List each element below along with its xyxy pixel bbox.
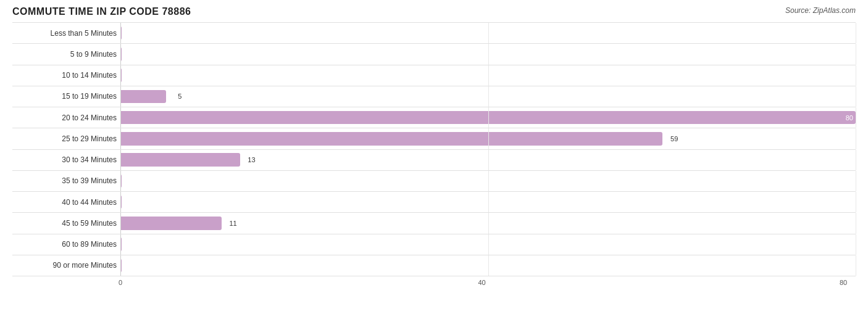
grid-line-zero [120, 65, 121, 86]
grid-line [488, 107, 489, 128]
chart-source: Source: ZipAtlas.com [785, 6, 856, 15]
bar-row: Less than 5 Minutes [12, 22, 856, 43]
bar-area [120, 234, 856, 255]
bar-row: 10 to 14 Minutes [12, 65, 856, 86]
chart-header: COMMUTE TIME IN ZIP CODE 78886 Source: Z… [12, 6, 856, 17]
grid-line [488, 44, 489, 64]
bar-area [120, 171, 856, 191]
bar-fill: 11 [120, 217, 222, 230]
grid-line-zero [120, 44, 121, 64]
grid-line [488, 65, 489, 86]
bar-area [120, 65, 856, 86]
bar-fill: 5 [120, 90, 166, 104]
bar-row: 60 to 89 Minutes [12, 234, 856, 255]
grid-line-zero [120, 150, 121, 170]
chart-body: Less than 5 Minutes5 to 9 Minutes10 to 1… [12, 22, 856, 276]
bar-row: 20 to 24 Minutes80 [12, 107, 856, 128]
grid-line [856, 107, 856, 128]
x-axis-tick: 40 [478, 279, 485, 286]
grid-line-zero [120, 107, 121, 128]
bar-label: 40 to 44 Minutes [12, 198, 120, 207]
bar-label: 5 to 9 Minutes [12, 50, 120, 59]
bar-value: 11 [230, 220, 237, 227]
grid-line [856, 213, 856, 233]
bar-row: 90 or more Minutes [12, 255, 856, 276]
grid-line-zero [120, 234, 121, 255]
bar-area: 11 [120, 213, 856, 233]
grid-line-zero [120, 171, 121, 191]
x-axis: 04080 [120, 279, 843, 291]
grid-line-zero [120, 86, 121, 107]
grid-line [856, 171, 856, 191]
bar-label: 20 to 24 Minutes [12, 114, 120, 122]
grid-line [488, 150, 489, 170]
bar-area: 5 [120, 86, 856, 107]
bar-label: Less than 5 Minutes [12, 29, 120, 38]
bar-fill: 13 [120, 153, 240, 167]
bar-area: 80 [120, 107, 856, 128]
grid-line-zero [120, 213, 121, 233]
grid-line-zero [120, 23, 121, 43]
grid-line [856, 86, 856, 107]
grid-line [488, 23, 489, 43]
grid-line [856, 128, 856, 149]
bar-label: 30 to 34 Minutes [12, 155, 120, 164]
grid-line-zero [120, 255, 121, 276]
bar-value: 80 [846, 114, 853, 122]
grid-line [488, 255, 489, 276]
grid-line [488, 192, 489, 212]
bar-row: 15 to 19 Minutes5 [12, 86, 856, 107]
bar-label: 15 to 19 Minutes [12, 92, 120, 101]
bar-row: 40 to 44 Minutes [12, 191, 856, 212]
bar-label: 45 to 59 Minutes [12, 219, 120, 228]
grid-line [856, 44, 856, 64]
bar-value: 59 [670, 135, 678, 142]
bar-value: 5 [178, 93, 182, 100]
bar-row: 30 to 34 Minutes13 [12, 149, 856, 170]
grid-line [856, 23, 856, 43]
chart-container: COMMUTE TIME IN ZIP CODE 78886 Source: Z… [0, 0, 868, 322]
bar-area: 13 [120, 150, 856, 170]
grid-line [856, 255, 856, 276]
bar-value: 13 [248, 156, 255, 163]
bar-area [120, 192, 856, 212]
grid-line [488, 171, 489, 191]
x-axis-tick: 0 [119, 279, 122, 286]
bar-row: 45 to 59 Minutes11 [12, 212, 856, 233]
bar-label: 60 to 89 Minutes [12, 240, 120, 249]
bar-fill: 59 [120, 132, 662, 146]
bar-row: 25 to 29 Minutes59 [12, 128, 856, 149]
grid-line [488, 86, 489, 107]
bar-area [120, 255, 856, 276]
grid-line-zero [120, 128, 121, 149]
bar-row: 35 to 39 Minutes [12, 170, 856, 191]
chart-title: COMMUTE TIME IN ZIP CODE 78886 [12, 6, 191, 17]
bar-label: 25 to 29 Minutes [12, 134, 120, 143]
bar-area [120, 44, 856, 64]
grid-line [856, 150, 856, 170]
grid-line [488, 128, 489, 149]
grid-line [488, 213, 489, 233]
bar-label: 10 to 14 Minutes [12, 71, 120, 80]
grid-line [856, 234, 856, 255]
bar-area: 59 [120, 128, 856, 149]
x-axis-tick: 80 [840, 279, 847, 286]
bar-label: 35 to 39 Minutes [12, 176, 120, 185]
grid-line [856, 65, 856, 86]
grid-line [856, 192, 856, 212]
grid-line-zero [120, 192, 121, 212]
grid-line [488, 234, 489, 255]
bar-row: 5 to 9 Minutes [12, 43, 856, 64]
bar-label: 90 or more Minutes [12, 261, 120, 270]
bar-area [120, 23, 856, 43]
